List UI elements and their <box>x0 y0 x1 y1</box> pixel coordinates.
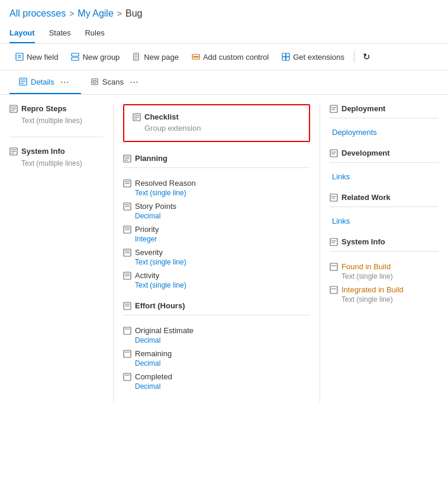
subtab-details[interactable]: Details ··· <box>9 70 81 94</box>
nav-tabs: Layout States Rules <box>0 24 448 44</box>
get-extensions-icon <box>282 53 290 61</box>
planning-divider <box>123 167 310 168</box>
planning-header: Planning <box>123 154 310 163</box>
svg-rect-59 <box>124 350 131 357</box>
development-header: Development <box>330 149 439 157</box>
tab-states[interactable]: States <box>49 24 71 43</box>
deployments-link[interactable]: Deployments <box>330 128 439 137</box>
system-info-section-right: System Info Found in Build Text (single … <box>330 237 439 304</box>
new-page-icon <box>133 53 141 61</box>
add-custom-control-icon <box>192 53 200 61</box>
svg-rect-57 <box>124 327 131 334</box>
checklist-icon <box>133 113 141 121</box>
breadcrumb-all-processes[interactable]: All processes <box>9 8 66 19</box>
effort-divider <box>123 315 310 315</box>
svg-rect-72 <box>330 238 337 246</box>
right-column: Deployment Deployments Development Links… <box>320 104 439 402</box>
svg-rect-0 <box>16 53 23 60</box>
svg-rect-15 <box>282 57 286 60</box>
field-integrated-in-build: Integrated in Build Text (single line) <box>330 284 439 304</box>
svg-rect-69 <box>330 194 337 201</box>
subtab-scans[interactable]: Scans ··· <box>81 70 150 94</box>
field-found-in-build: Found in Build Text (single line) <box>330 261 439 280</box>
planning-section: Planning Resolved Reason Text (single li… <box>123 154 310 289</box>
story-points-icon <box>123 202 131 211</box>
details-icon <box>19 78 27 86</box>
checklist-extension-label: Group extension <box>133 124 301 133</box>
left-column: Repro Steps Text (multiple lines) System… <box>9 104 113 402</box>
original-estimate-icon <box>123 327 131 335</box>
breadcrumb-sep1: > <box>69 9 74 18</box>
svg-rect-3 <box>72 53 79 56</box>
checklist-header: Checklist <box>133 112 301 121</box>
checklist-group-box: Checklist Group extension <box>123 104 310 142</box>
field-resolved-reason: Resolved Reason Text (single line) <box>123 178 310 197</box>
system-info-divider <box>330 251 439 252</box>
breadcrumb-bug: Bug <box>125 8 142 19</box>
breadcrumb-my-agile[interactable]: My Agile <box>78 8 113 19</box>
center-column: Checklist Group extension Planning <box>113 104 320 402</box>
repro-steps-icon <box>9 105 18 113</box>
svg-rect-66 <box>330 150 337 157</box>
deployment-divider <box>330 118 439 118</box>
resolved-reason-icon <box>123 179 131 188</box>
svg-rect-16 <box>286 57 289 60</box>
development-section: Development Links <box>330 149 439 181</box>
repro-steps-header: Repro Steps <box>9 104 104 113</box>
refresh-button[interactable]: ↻ <box>358 49 375 65</box>
svg-rect-21 <box>92 79 98 85</box>
field-severity: Severity Text (single line) <box>123 247 310 266</box>
svg-rect-63 <box>330 105 337 112</box>
breadcrumb-sep2: > <box>117 9 122 18</box>
svg-point-10 <box>193 56 195 58</box>
integrated-in-build-icon <box>330 286 338 294</box>
svg-point-12 <box>196 56 198 58</box>
field-completed: Completed Decimal <box>123 371 310 391</box>
new-group-icon <box>71 53 79 61</box>
development-link[interactable]: Links <box>330 172 439 181</box>
main-content: Repro Steps Text (multiple lines) System… <box>0 95 448 412</box>
planning-icon <box>123 154 131 163</box>
field-priority: Priority Integer <box>123 224 310 243</box>
effort-section: Effort (Hours) Original Estimate Decimal… <box>123 301 310 391</box>
get-extensions-button[interactable]: Get extensions <box>276 50 350 65</box>
toolbar: New field New group New page Add custom … <box>0 44 448 70</box>
tab-rules[interactable]: Rules <box>85 24 104 43</box>
system-info-header-right: System Info <box>330 237 439 246</box>
svg-rect-13 <box>282 53 286 57</box>
add-custom-control-button[interactable]: Add custom control <box>186 50 275 65</box>
svg-point-22 <box>93 80 96 83</box>
remaining-icon <box>123 350 131 358</box>
found-in-build-icon <box>330 263 338 271</box>
system-info-icon-left <box>9 147 18 156</box>
field-activity: Activity Text (single line) <box>123 270 310 289</box>
effort-header: Effort (Hours) <box>123 301 310 310</box>
toolbar-separator <box>354 51 354 63</box>
severity-icon <box>123 249 131 257</box>
related-work-divider <box>330 207 439 207</box>
tab-layout[interactable]: Layout <box>9 24 35 43</box>
new-field-icon <box>15 53 24 61</box>
svg-rect-14 <box>286 53 289 57</box>
deployment-icon <box>330 105 338 113</box>
scans-dots[interactable]: ··· <box>127 76 141 87</box>
details-dots[interactable]: ··· <box>58 76 72 87</box>
development-icon <box>330 149 338 157</box>
completed-icon <box>123 373 131 381</box>
deployment-section: Deployment Deployments <box>330 104 439 137</box>
repro-steps-section: Repro Steps Text (multiple lines) <box>9 104 104 125</box>
new-field-button[interactable]: New field <box>9 50 64 65</box>
related-work-link[interactable]: Links <box>330 217 439 225</box>
system-info-type-left: Text (multiple lines) <box>9 159 104 167</box>
repro-steps-type: Text (multiple lines) <box>9 117 104 125</box>
svg-rect-61 <box>124 373 131 381</box>
field-remaining: Remaining Decimal <box>123 348 310 367</box>
svg-rect-4 <box>72 57 79 60</box>
new-group-button[interactable]: New group <box>65 50 125 65</box>
subtabs-row: Details ··· Scans ··· <box>0 70 448 95</box>
new-page-button[interactable]: New page <box>127 50 185 65</box>
related-work-section: Related Work Links <box>330 193 439 225</box>
activity-icon <box>123 272 131 280</box>
deployment-header: Deployment <box>330 104 439 113</box>
system-info-header-left: System Info <box>9 147 104 156</box>
